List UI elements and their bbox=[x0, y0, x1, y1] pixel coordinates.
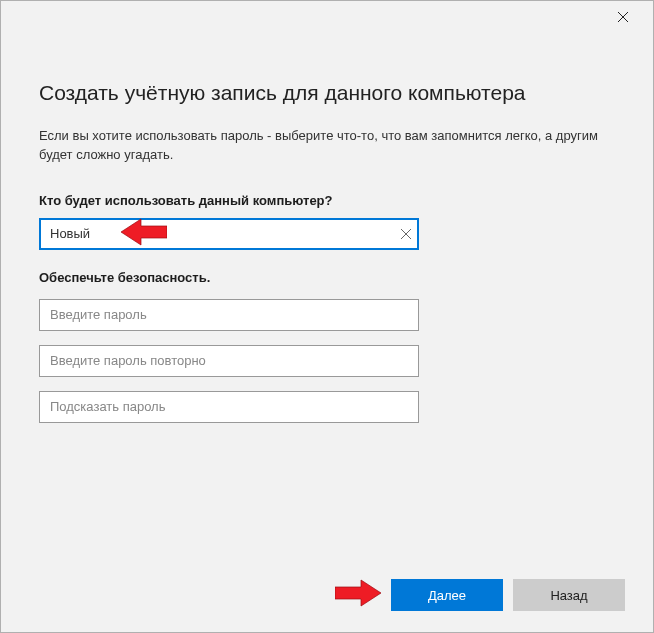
back-button-label: Назад bbox=[550, 588, 587, 603]
page-title: Создать учётную запись для данного компь… bbox=[39, 81, 615, 105]
x-icon bbox=[401, 229, 411, 239]
content-area: Создать учётную запись для данного компь… bbox=[1, 33, 653, 423]
close-icon bbox=[618, 12, 628, 22]
titlebar bbox=[1, 1, 653, 33]
dialog-window: Создать учётную запись для данного компь… bbox=[0, 0, 654, 633]
password-input[interactable] bbox=[39, 299, 419, 331]
footer-buttons: Далее Назад bbox=[335, 578, 625, 612]
security-section-label: Обеспечьте безопасность. bbox=[39, 270, 615, 285]
password-confirm-input[interactable] bbox=[39, 345, 419, 377]
description-text: Если вы хотите использовать пароль - выб… bbox=[39, 127, 615, 165]
next-button[interactable]: Далее bbox=[391, 579, 503, 611]
password-hint-row bbox=[39, 391, 419, 423]
password-hint-input[interactable] bbox=[39, 391, 419, 423]
svg-marker-5 bbox=[335, 580, 381, 606]
close-button[interactable] bbox=[603, 3, 643, 31]
clear-input-button[interactable] bbox=[401, 226, 411, 242]
next-button-label: Далее bbox=[428, 588, 466, 603]
password-row bbox=[39, 299, 419, 331]
username-input[interactable] bbox=[39, 218, 419, 250]
back-button[interactable]: Назад bbox=[513, 579, 625, 611]
arrow-annotation-next bbox=[335, 578, 381, 612]
username-row bbox=[39, 218, 419, 250]
password-confirm-row bbox=[39, 345, 419, 377]
username-section-label: Кто будет использовать данный компьютер? bbox=[39, 193, 615, 208]
